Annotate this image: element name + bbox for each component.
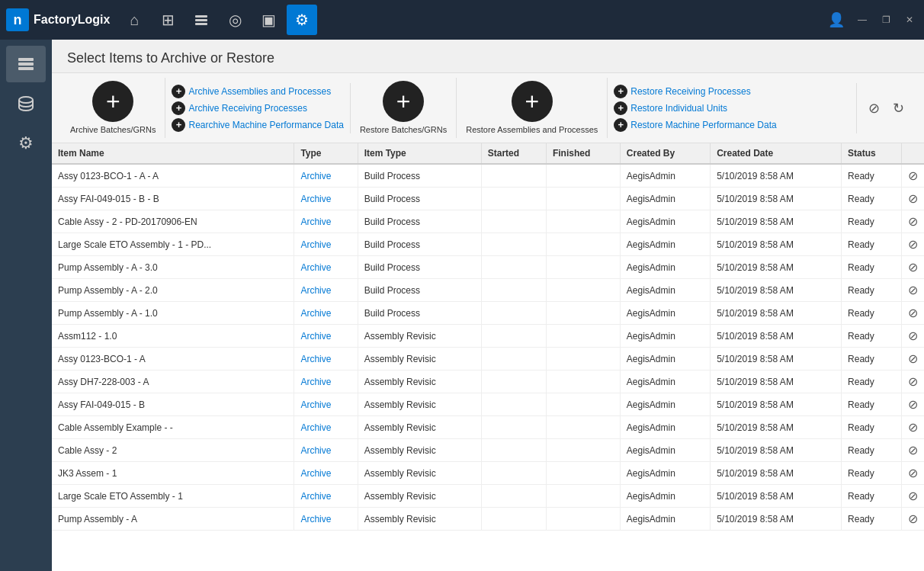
restore-button[interactable]: ❐ — [877, 14, 895, 25]
nav-home-icon[interactable]: ⌂ — [119, 5, 149, 35]
cell-delete[interactable]: ⊘ — [901, 164, 924, 188]
cell-delete[interactable]: ⊘ — [901, 188, 924, 210]
cell-delete[interactable]: ⊘ — [901, 462, 924, 485]
restore-assemblies-group: + Restore Assemblies and Processes — [457, 78, 608, 138]
cell-delete[interactable]: ⊘ — [901, 485, 924, 508]
cell-item-type: Build Process — [358, 279, 481, 302]
archive-batches-button[interactable]: + — [92, 81, 133, 122]
cell-delete[interactable]: ⊘ — [901, 416, 924, 439]
toolbar-actions-right: ⊘ ↻ — [857, 98, 915, 119]
cell-created-by: AegisAdmin — [620, 462, 710, 485]
cell-started — [481, 256, 546, 279]
cell-status: Ready — [842, 164, 901, 188]
cancel-icon-button[interactable]: ⊘ — [863, 98, 884, 119]
logo-text: FactoryLogix — [34, 13, 110, 27]
cell-created-by: AegisAdmin — [620, 210, 710, 233]
minimize-button[interactable]: — — [853, 14, 871, 25]
cell-item-type: Assembly Revisic — [358, 485, 481, 508]
page-header: Select Items to Archive or Restore — [52, 40, 924, 73]
delete-row-icon[interactable]: ⊘ — [908, 191, 919, 206]
cell-delete[interactable]: ⊘ — [901, 233, 924, 256]
cell-started — [481, 439, 546, 462]
delete-row-icon[interactable]: ⊘ — [908, 351, 919, 366]
delete-row-icon[interactable]: ⊘ — [908, 512, 919, 526]
cell-item-type: Assembly Revisic — [358, 371, 481, 393]
cell-item-type: Build Process — [358, 233, 481, 256]
cell-delete[interactable]: ⊘ — [901, 210, 924, 233]
delete-row-icon[interactable]: ⊘ — [908, 374, 919, 389]
cell-delete[interactable]: ⊘ — [901, 348, 924, 371]
cell-delete[interactable]: ⊘ — [901, 439, 924, 462]
rearchive-machine-button[interactable]: + Rearchive Machine Performance Data — [172, 118, 343, 132]
svg-rect-2 — [195, 23, 207, 25]
cell-delete[interactable]: ⊘ — [901, 508, 924, 531]
archive-assemblies-button[interactable]: + Archive Assemblies and Processes — [172, 85, 343, 98]
cell-status: Ready — [842, 508, 901, 531]
delete-row-icon[interactable]: ⊘ — [908, 306, 919, 320]
restore-assemblies-button[interactable]: + — [512, 81, 553, 122]
cell-created-by: AegisAdmin — [620, 393, 710, 416]
table-row: Assy FAI-049-015 - B - B Archive Build P… — [52, 188, 924, 210]
layout: ⚙ Select Items to Archive or Restore + A… — [0, 40, 924, 571]
cell-type: Archive — [294, 233, 358, 256]
cell-item-name: Pump Assembly - A - 2.0 — [52, 279, 294, 302]
cell-created-by: AegisAdmin — [620, 188, 710, 210]
svg-rect-1 — [195, 19, 207, 21]
cell-type: Archive — [294, 210, 358, 233]
cell-type: Archive — [294, 462, 358, 485]
cell-started — [481, 393, 546, 416]
delete-row-icon[interactable]: ⊘ — [908, 420, 919, 435]
cell-finished — [546, 302, 620, 325]
nav-display-icon[interactable]: ▣ — [253, 5, 284, 35]
nav-grid-icon[interactable]: ⊞ — [152, 5, 183, 35]
delete-row-icon[interactable]: ⊘ — [908, 214, 919, 229]
cell-created-by: AegisAdmin — [620, 348, 710, 371]
svg-rect-0 — [195, 15, 207, 18]
close-button[interactable]: ✕ — [901, 14, 918, 25]
delete-row-icon[interactable]: ⊘ — [908, 168, 919, 183]
sidebar-item-gear[interactable]: ⚙ — [6, 125, 46, 162]
restore-machine-icon: + — [614, 118, 627, 132]
nav-settings-icon[interactable]: ⚙ — [287, 5, 317, 35]
cell-delete[interactable]: ⊘ — [901, 325, 924, 348]
sidebar-item-stack[interactable] — [6, 46, 46, 82]
cell-delete[interactable]: ⊘ — [901, 302, 924, 325]
cell-delete[interactable]: ⊘ — [901, 371, 924, 393]
cell-delete[interactable]: ⊘ — [901, 279, 924, 302]
cell-type: Archive — [294, 416, 358, 439]
cell-status: Ready — [842, 325, 901, 348]
cell-finished — [546, 485, 620, 508]
restore-units-button[interactable]: + Restore Individual Units — [614, 101, 850, 115]
sidebar-item-db[interactable] — [6, 85, 46, 122]
nav-layers-icon[interactable] — [186, 5, 217, 35]
cell-delete[interactable]: ⊘ — [901, 393, 924, 416]
restore-receiving-button[interactable]: + Restore Receiving Processes — [614, 85, 850, 98]
toolbar: + Archive Batches/GRNs + Archive Assembl… — [52, 73, 924, 143]
archive-receiving-button[interactable]: + Archive Receiving Processes — [172, 101, 343, 115]
cell-started — [481, 325, 546, 348]
delete-row-icon[interactable]: ⊘ — [908, 466, 919, 480]
cell-created-date: 5/10/2019 8:58 AM — [711, 302, 842, 325]
cell-created-by: AegisAdmin — [620, 233, 710, 256]
user-icon[interactable]: 👤 — [826, 9, 847, 30]
table-header-row: Item Name Type Item Type Started Finishe… — [52, 143, 924, 164]
restore-machine-button[interactable]: + Restore Machine Performance Data — [614, 118, 850, 132]
cell-item-type: Build Process — [358, 256, 481, 279]
delete-row-icon[interactable]: ⊘ — [908, 329, 919, 343]
nav-globe-icon[interactable]: ◎ — [220, 5, 250, 35]
delete-row-icon[interactable]: ⊘ — [908, 237, 919, 252]
delete-row-icon[interactable]: ⊘ — [908, 283, 919, 297]
refresh-icon-button[interactable]: ↻ — [887, 98, 909, 119]
cell-delete[interactable]: ⊘ — [901, 256, 924, 279]
cell-item-name: Assy 0123-BCO-1 - A - A — [52, 164, 294, 188]
table-container: Item Name Type Item Type Started Finishe… — [52, 143, 924, 571]
cell-finished — [546, 439, 620, 462]
cell-finished — [546, 371, 620, 393]
cell-finished — [546, 416, 620, 439]
delete-row-icon[interactable]: ⊘ — [908, 260, 919, 274]
delete-row-icon[interactable]: ⊘ — [908, 489, 919, 503]
cell-item-type: Assembly Revisic — [358, 393, 481, 416]
delete-row-icon[interactable]: ⊘ — [908, 397, 919, 412]
delete-row-icon[interactable]: ⊘ — [908, 443, 919, 457]
restore-batches-button[interactable]: + — [383, 81, 424, 122]
